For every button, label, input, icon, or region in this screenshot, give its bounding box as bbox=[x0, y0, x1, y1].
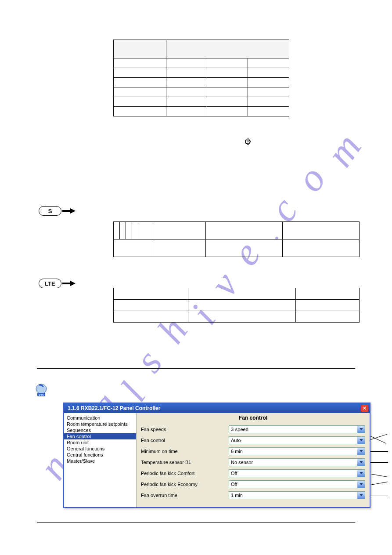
select-fan-overrun[interactable]: 1 min bbox=[229, 491, 365, 499]
label-fan-speeds: Fan speeds bbox=[141, 427, 229, 432]
label-fan-control: Fan control bbox=[141, 438, 229, 443]
sidebar-item-master-slave[interactable]: Master/Slave bbox=[64, 458, 136, 464]
chevron-down-icon[interactable] bbox=[357, 470, 365, 477]
label-fan-kick-economy: Periodic fan kick Economy bbox=[141, 482, 229, 487]
select-fan-control[interactable]: Auto bbox=[229, 436, 365, 444]
select-fan-kick-comfort[interactable]: Off bbox=[229, 469, 365, 477]
ets-icon: ETS bbox=[35, 384, 48, 398]
arrow-icon bbox=[62, 209, 76, 213]
s-badge: S bbox=[39, 206, 61, 216]
form-panel-title: Fan control bbox=[141, 415, 365, 421]
leader-line bbox=[370, 451, 388, 452]
table-lte bbox=[113, 288, 360, 323]
select-fan-speeds[interactable]: 3-speed bbox=[229, 425, 365, 433]
value-fan-kick-economy: Off bbox=[231, 482, 237, 487]
section-divider bbox=[37, 368, 355, 369]
table-s-mode bbox=[113, 221, 360, 257]
ets-form-panel: Fan control Fan speeds 3-speed Fan contr… bbox=[137, 413, 370, 507]
power-icon: ⏻ bbox=[245, 138, 251, 145]
sidebar-item-room-temp-setpoints[interactable]: Room temperature setpoints bbox=[64, 421, 136, 427]
lte-badge-label: LTE bbox=[45, 280, 55, 287]
chevron-down-icon[interactable] bbox=[357, 426, 365, 433]
leader-line bbox=[370, 482, 388, 485]
sidebar-item-general-functions[interactable]: General functions bbox=[64, 446, 136, 452]
chevron-down-icon[interactable] bbox=[357, 481, 365, 488]
value-fan-kick-comfort: Off bbox=[231, 471, 237, 476]
label-min-on-time: Minimum on time bbox=[141, 449, 229, 454]
chevron-down-icon[interactable] bbox=[357, 459, 365, 466]
s-badge-label: S bbox=[48, 208, 52, 214]
svg-text:ETS: ETS bbox=[39, 394, 44, 396]
sidebar-item-sequences[interactable]: Sequences bbox=[64, 427, 136, 433]
footer-divider bbox=[37, 522, 355, 523]
lte-badge: LTE bbox=[39, 279, 61, 288]
label-temp-sensor-b1: Temperature sensor B1 bbox=[141, 460, 229, 465]
window-titlebar[interactable]: 1.1.6 RXB22.1/FC-12 Panel Controller × bbox=[64, 403, 370, 413]
ets-window: 1.1.6 RXB22.1/FC-12 Panel Controller × C… bbox=[63, 403, 370, 508]
select-min-on-time[interactable]: 6 min bbox=[229, 447, 365, 455]
chevron-down-icon[interactable] bbox=[357, 448, 365, 455]
arrow-icon bbox=[62, 281, 76, 286]
value-temp-sensor-b1: No sensor bbox=[231, 460, 253, 465]
ets-sidebar: Communication Room temperature setpoints… bbox=[64, 413, 137, 507]
leader-line bbox=[370, 496, 388, 496]
chevron-down-icon[interactable] bbox=[357, 437, 365, 444]
close-icon[interactable]: × bbox=[361, 405, 368, 412]
label-fan-kick-comfort: Periodic fan kick Comfort bbox=[141, 471, 229, 476]
value-fan-speeds: 3-speed bbox=[231, 427, 248, 432]
sidebar-item-communication[interactable]: Communication bbox=[64, 415, 136, 421]
table-top bbox=[113, 40, 289, 116]
value-fan-control: Auto bbox=[231, 438, 241, 443]
sidebar-item-fan-control[interactable]: Fan control bbox=[64, 433, 136, 439]
value-fan-overrun: 1 min bbox=[231, 493, 243, 498]
value-min-on-time: 6 min bbox=[231, 449, 243, 454]
leader-line bbox=[370, 474, 388, 477]
select-fan-kick-economy[interactable]: Off bbox=[229, 480, 365, 488]
sidebar-item-central-functions[interactable]: Central functions bbox=[64, 452, 136, 458]
sidebar-item-room-unit[interactable]: Room unit bbox=[64, 439, 136, 446]
select-temp-sensor-b1[interactable]: No sensor bbox=[229, 458, 365, 466]
window-title: 1.1.6 RXB22.1/FC-12 Panel Controller bbox=[68, 405, 160, 411]
chevron-down-icon[interactable] bbox=[357, 492, 365, 499]
label-fan-overrun: Fan overrun time bbox=[141, 493, 229, 498]
leader-line bbox=[370, 462, 388, 463]
